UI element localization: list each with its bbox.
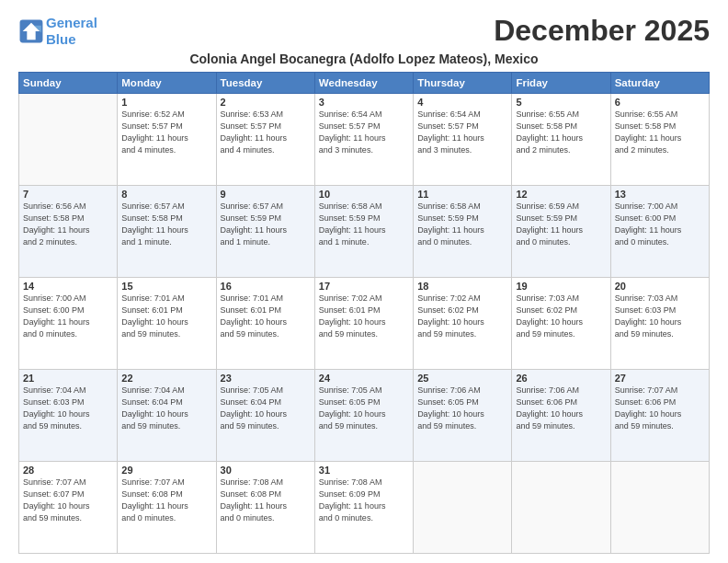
calendar-cell [19,94,118,186]
calendar-cell: 1Sunrise: 6:52 AMSunset: 5:57 PMDaylight… [118,94,216,186]
day-number: 6 [615,97,705,108]
calendar-cell: 2Sunrise: 6:53 AMSunset: 5:57 PMDaylight… [216,94,314,186]
calendar-cell: 17Sunrise: 7:02 AMSunset: 6:01 PMDayligh… [314,278,413,370]
day-info: Sunrise: 6:56 AMSunset: 5:58 PMDaylight:… [23,201,113,248]
day-info: Sunrise: 7:04 AMSunset: 6:04 PMDaylight:… [121,385,211,432]
day-number: 14 [23,281,113,292]
day-info: Sunrise: 7:03 AMSunset: 6:03 PMDaylight:… [615,293,705,340]
day-info: Sunrise: 6:54 AMSunset: 5:57 PMDaylight:… [417,109,507,156]
day-info: Sunrise: 7:06 AMSunset: 6:05 PMDaylight:… [417,385,507,432]
day-number: 22 [121,373,211,384]
logo: General Blue [18,15,97,48]
calendar-cell: 30Sunrise: 7:08 AMSunset: 6:08 PMDayligh… [216,462,314,554]
calendar-cell: 22Sunrise: 7:04 AMSunset: 6:04 PMDayligh… [118,370,216,462]
calendar-week-row-2: 7Sunrise: 6:56 AMSunset: 5:58 PMDaylight… [19,186,710,278]
day-number: 18 [417,281,507,292]
page: General Blue December 2025 Colonia Angel… [0,0,728,563]
day-info: Sunrise: 6:54 AMSunset: 5:57 PMDaylight:… [319,109,409,156]
calendar-cell: 31Sunrise: 7:08 AMSunset: 6:09 PMDayligh… [314,462,413,554]
day-info: Sunrise: 7:01 AMSunset: 6:01 PMDaylight:… [221,293,311,340]
calendar-cell: 25Sunrise: 7:06 AMSunset: 6:05 PMDayligh… [414,370,512,462]
day-number: 11 [417,189,507,200]
title-block: December 2025 [494,15,710,47]
calendar-cell: 12Sunrise: 6:59 AMSunset: 5:59 PMDayligh… [512,186,610,278]
calendar-cell: 4Sunrise: 6:54 AMSunset: 5:57 PMDaylight… [414,94,512,186]
day-info: Sunrise: 7:08 AMSunset: 6:09 PMDaylight:… [319,477,409,524]
header-wednesday: Wednesday [314,73,413,94]
calendar-cell: 3Sunrise: 6:54 AMSunset: 5:57 PMDaylight… [314,94,413,186]
day-info: Sunrise: 7:06 AMSunset: 6:06 PMDaylight:… [516,385,606,432]
calendar-cell [610,462,709,554]
calendar-cell: 5Sunrise: 6:55 AMSunset: 5:58 PMDaylight… [512,94,610,186]
header-saturday: Saturday [610,73,709,94]
day-info: Sunrise: 6:57 AMSunset: 5:58 PMDaylight:… [121,201,211,248]
logo-line1: General [46,15,97,30]
calendar-cell [512,462,610,554]
calendar-cell: 14Sunrise: 7:00 AMSunset: 6:00 PMDayligh… [19,278,118,370]
day-number: 30 [221,465,311,476]
day-number: 9 [221,189,311,200]
calendar-cell: 26Sunrise: 7:06 AMSunset: 6:06 PMDayligh… [512,370,610,462]
day-info: Sunrise: 7:02 AMSunset: 6:02 PMDaylight:… [417,293,507,340]
day-info: Sunrise: 6:55 AMSunset: 5:58 PMDaylight:… [516,109,606,156]
day-number: 16 [221,281,311,292]
day-number: 10 [319,189,409,200]
header-friday: Friday [512,73,610,94]
calendar-cell: 6Sunrise: 6:55 AMSunset: 5:58 PMDaylight… [610,94,709,186]
calendar-cell: 16Sunrise: 7:01 AMSunset: 6:01 PMDayligh… [216,278,314,370]
header: General Blue December 2025 [18,15,710,48]
day-info: Sunrise: 7:00 AMSunset: 6:00 PMDaylight:… [23,293,113,340]
day-number: 31 [319,465,409,476]
calendar-cell: 20Sunrise: 7:03 AMSunset: 6:03 PMDayligh… [610,278,709,370]
day-number: 20 [615,281,705,292]
day-number: 8 [121,189,211,200]
header-thursday: Thursday [414,73,512,94]
day-info: Sunrise: 7:01 AMSunset: 6:01 PMDaylight:… [121,293,211,340]
day-number: 21 [23,373,113,384]
day-info: Sunrise: 6:58 AMSunset: 5:59 PMDaylight:… [319,201,409,248]
location-title: Colonia Angel Bocanegra (Adolfo Lopez Ma… [18,52,710,66]
calendar-cell: 9Sunrise: 6:57 AMSunset: 5:59 PMDaylight… [216,186,314,278]
day-number: 24 [319,373,409,384]
day-info: Sunrise: 7:05 AMSunset: 6:05 PMDaylight:… [319,385,409,432]
day-number: 19 [516,281,606,292]
calendar-week-row-5: 28Sunrise: 7:07 AMSunset: 6:07 PMDayligh… [19,462,710,554]
day-info: Sunrise: 6:59 AMSunset: 5:59 PMDaylight:… [516,201,606,248]
calendar-cell: 15Sunrise: 7:01 AMSunset: 6:01 PMDayligh… [118,278,216,370]
day-info: Sunrise: 7:07 AMSunset: 6:07 PMDaylight:… [23,477,113,524]
day-info: Sunrise: 6:53 AMSunset: 5:57 PMDaylight:… [221,109,311,156]
header-sunday: Sunday [19,73,118,94]
calendar-cell: 18Sunrise: 7:02 AMSunset: 6:02 PMDayligh… [414,278,512,370]
day-number: 23 [221,373,311,384]
logo-line2: Blue [46,31,76,47]
day-number: 1 [121,97,211,108]
calendar-cell: 7Sunrise: 6:56 AMSunset: 5:58 PMDaylight… [19,186,118,278]
day-number: 12 [516,189,606,200]
day-info: Sunrise: 7:08 AMSunset: 6:08 PMDaylight:… [221,477,311,524]
calendar-cell: 19Sunrise: 7:03 AMSunset: 6:02 PMDayligh… [512,278,610,370]
day-number: 3 [319,97,409,108]
calendar-cell: 11Sunrise: 6:58 AMSunset: 5:59 PMDayligh… [414,186,512,278]
calendar-cell: 13Sunrise: 7:00 AMSunset: 6:00 PMDayligh… [610,186,709,278]
day-number: 2 [221,97,311,108]
calendar-cell: 21Sunrise: 7:04 AMSunset: 6:03 PMDayligh… [19,370,118,462]
calendar-cell: 8Sunrise: 6:57 AMSunset: 5:58 PMDaylight… [118,186,216,278]
day-info: Sunrise: 6:55 AMSunset: 5:58 PMDaylight:… [615,109,705,156]
day-number: 27 [615,373,705,384]
day-number: 4 [417,97,507,108]
calendar-cell: 29Sunrise: 7:07 AMSunset: 6:08 PMDayligh… [118,462,216,554]
logo-text: General Blue [46,15,97,48]
day-number: 5 [516,97,606,108]
day-info: Sunrise: 7:02 AMSunset: 6:01 PMDaylight:… [319,293,409,340]
day-number: 25 [417,373,507,384]
calendar-week-row-1: 1Sunrise: 6:52 AMSunset: 5:57 PMDaylight… [19,94,710,186]
day-info: Sunrise: 7:03 AMSunset: 6:02 PMDaylight:… [516,293,606,340]
day-number: 26 [516,373,606,384]
day-number: 7 [23,189,113,200]
header-monday: Monday [118,73,216,94]
day-number: 17 [319,281,409,292]
day-info: Sunrise: 6:57 AMSunset: 5:59 PMDaylight:… [221,201,311,248]
calendar-table: Sunday Monday Tuesday Wednesday Thursday… [18,72,710,554]
calendar-cell: 10Sunrise: 6:58 AMSunset: 5:59 PMDayligh… [314,186,413,278]
calendar-cell [414,462,512,554]
